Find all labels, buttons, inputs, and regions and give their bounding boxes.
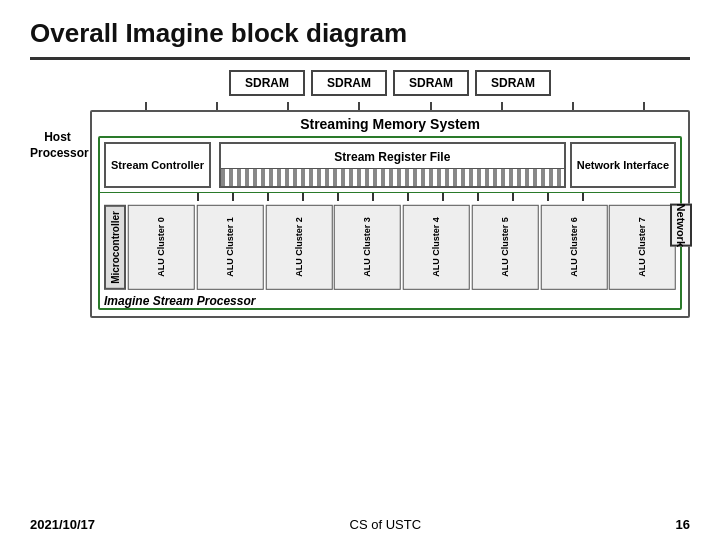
alu-cluster-1: ALU Cluster 1 (197, 205, 264, 290)
microcontroller: Microcontroller (104, 205, 126, 290)
footer-page: 16 (676, 517, 690, 532)
title-divider (30, 57, 690, 60)
stream-register-label: Stream Register File (334, 144, 450, 168)
imagine-stream-processor-label: Imagine Stream Processor (100, 292, 680, 308)
sdram-box-1: SDRAM (311, 70, 387, 96)
sdram-row: SDRAM SDRAM SDRAM SDRAM (90, 70, 690, 96)
footer-center: CS of USTC (350, 517, 422, 532)
sdram-box-0: SDRAM (229, 70, 305, 96)
alu-cluster-2: ALU Cluster 2 (266, 205, 333, 290)
alu-cluster-0: ALU Cluster 0 (128, 205, 195, 290)
streaming-memory-label: Streaming Memory System (98, 116, 682, 132)
alu-cluster-4: ALU Cluster 4 (403, 205, 470, 290)
alu-cluster-5: ALU Cluster 5 (472, 205, 539, 290)
streaming-memory-system: Streaming Memory System Stream Controlle… (90, 110, 690, 318)
alu-cluster-6: ALU Cluster 6 (541, 205, 608, 290)
sdram-box-3: SDRAM (475, 70, 551, 96)
footer: 2021/10/17 CS of USTC 16 (0, 517, 720, 532)
network-side-label: Network (670, 204, 692, 247)
sdram-box-2: SDRAM (393, 70, 469, 96)
stream-register-file: Stream Register File (219, 142, 566, 188)
stream-register-hatch (221, 168, 564, 186)
imagine-stream-processor: Stream Controller Stream Register File N… (98, 136, 682, 310)
network-interface: Network Interface (570, 142, 676, 188)
alu-cluster-7: ALU Cluster 7 (609, 205, 676, 290)
footer-date: 2021/10/17 (30, 517, 95, 532)
alu-cluster-3: ALU Cluster 3 (334, 205, 401, 290)
stream-controller: Stream Controller (104, 142, 211, 188)
page-title: Overall Imagine block diagram (0, 0, 720, 57)
